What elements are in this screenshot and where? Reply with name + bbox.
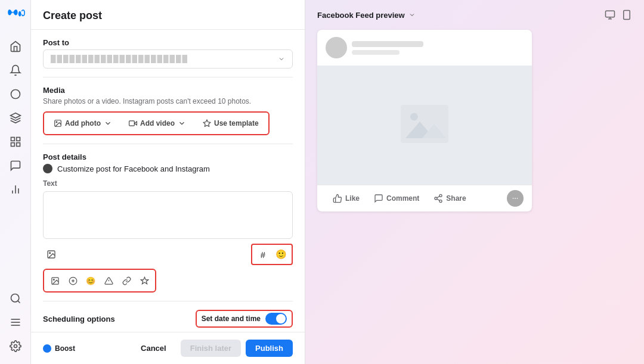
desktop-icon[interactable] [605, 10, 615, 20]
sidebar-item-circle[interactable] [5, 83, 26, 105]
svg-rect-18 [129, 121, 135, 126]
text-area-label: Text [43, 179, 293, 188]
image-insert-button[interactable] [43, 246, 60, 263]
use-template-button[interactable]: Use template [197, 116, 265, 130]
sidebar [0, 0, 31, 364]
mobile-icon[interactable] [621, 10, 632, 20]
svg-line-45 [437, 199, 440, 201]
post-to-dropdown[interactable]: ██████████████████████ [43, 49, 293, 69]
footer-actions: Cancel Finish later Publish [131, 340, 293, 357]
svg-point-49 [513, 198, 513, 199]
sidebar-item-home[interactable] [5, 36, 26, 57]
tool-link-button[interactable] [118, 272, 135, 289]
svg-point-20 [49, 253, 51, 254]
chevron-down-icon [278, 55, 285, 63]
preview-avatar [326, 37, 347, 58]
svg-point-0 [11, 90, 20, 99]
post-to-section: Post to ██████████████████████ [43, 30, 293, 77]
preview-header: Facebook Feed preview [317, 10, 632, 20]
warning-icon [104, 276, 113, 285]
preview-card: Like Comment Share [317, 30, 532, 211]
scheduling-section: Scheduling options Set date and time Sch… [43, 301, 293, 332]
sidebar-item-chart[interactable] [5, 179, 26, 200]
share-button[interactable]: Share [426, 190, 473, 207]
svg-line-46 [437, 196, 440, 198]
media-label: Media [43, 86, 293, 95]
svg-point-44 [439, 200, 442, 203]
video-icon [129, 119, 137, 127]
like-button[interactable]: Like [326, 190, 367, 207]
sidebar-item-bell[interactable] [5, 60, 26, 81]
publish-button[interactable]: Publish [246, 340, 293, 357]
media-sublabel: Share photos or a video. Instagram posts… [43, 97, 293, 105]
post-text-area[interactable] [43, 191, 293, 239]
tool-image-button[interactable] [47, 272, 63, 289]
user-more-icon [512, 195, 519, 202]
sparkle-icon [140, 276, 149, 285]
tag-icon [69, 276, 78, 285]
sidebar-item-settings[interactable] [5, 335, 26, 357]
svg-rect-2 [11, 138, 14, 141]
sidebar-item-layers[interactable] [5, 107, 26, 129]
cancel-button[interactable]: Cancel [131, 340, 176, 357]
sidebar-item-search[interactable] [5, 288, 26, 309]
preview-meta-placeholder [352, 50, 400, 55]
sidebar-item-list[interactable] [5, 312, 26, 333]
sidebar-item-chat[interactable] [5, 155, 26, 176]
emoji-button[interactable]: 🙂 [273, 246, 289, 263]
share-icon [434, 194, 443, 203]
svg-point-43 [435, 197, 437, 200]
svg-point-9 [11, 294, 18, 302]
svg-point-14 [14, 345, 17, 348]
add-video-button[interactable]: Add video [123, 116, 192, 130]
svg-rect-4 [11, 143, 14, 147]
boost-row: Boost [43, 344, 75, 353]
preview-user-info [352, 41, 524, 55]
sidebar-item-grid[interactable] [5, 131, 26, 153]
preview-card-header [317, 30, 532, 66]
hashtag-button[interactable]: # [255, 246, 271, 263]
main-content: Create post Post to ████████████████████… [31, 0, 644, 364]
svg-point-16 [56, 122, 57, 123]
form-body: Post to ██████████████████████ Media Sha… [31, 30, 305, 332]
add-photo-button[interactable]: Add photo [48, 116, 118, 130]
media-buttons-group: Add photo Add video Use template [43, 111, 270, 135]
use-template-label: Use template [214, 119, 259, 127]
scheduling-title: Scheduling options [43, 315, 115, 323]
preview-panel: Facebook Feed preview [305, 0, 644, 364]
set-date-time-group: Set date and time [196, 310, 293, 328]
preview-title: Facebook Feed preview [317, 11, 405, 20]
preview-chevron-icon [408, 11, 416, 18]
photo-icon [54, 119, 62, 127]
sidebar-bottom [5, 288, 26, 357]
svg-point-48 [517, 198, 518, 199]
svg-point-47 [515, 198, 516, 199]
hashtag-emoji-group: # 🙂 [251, 244, 293, 265]
meta-logo [6, 7, 25, 26]
template-icon [203, 119, 211, 127]
finish-later-button[interactable]: Finish later [181, 340, 241, 357]
post-to-value: ██████████████████████ [51, 55, 278, 63]
preview-user-button[interactable] [507, 190, 524, 207]
textarea-toolbar: # 🙂 [43, 244, 293, 265]
svg-rect-33 [606, 11, 615, 17]
tool-warning-button[interactable] [100, 272, 117, 289]
set-date-label: Set date and time [202, 315, 261, 323]
svg-marker-17 [134, 122, 137, 125]
link-icon [122, 276, 131, 285]
add-photo-chevron-icon [104, 119, 112, 127]
preview-actions-bar: Like Comment Share [317, 185, 532, 211]
comment-button[interactable]: Comment [367, 190, 426, 207]
form-footer: Boost Cancel Finish later Publish [31, 332, 305, 364]
customize-toggle[interactable] [43, 164, 52, 173]
post-details-section: Post details Customize post for Facebook… [43, 144, 293, 301]
tool-sparkle-button[interactable] [136, 272, 153, 289]
date-time-toggle[interactable] [265, 313, 287, 325]
add-photo-label: Add photo [65, 119, 101, 127]
customize-row: Customize post for Facebook and Instagra… [43, 164, 293, 173]
post-details-label: Post details [43, 153, 293, 161]
tool-smiley-button[interactable]: 😊 [82, 272, 99, 289]
tool-tag-button[interactable] [64, 272, 81, 289]
tool-row: 😊 [43, 269, 156, 293]
like-label: Like [345, 194, 360, 203]
